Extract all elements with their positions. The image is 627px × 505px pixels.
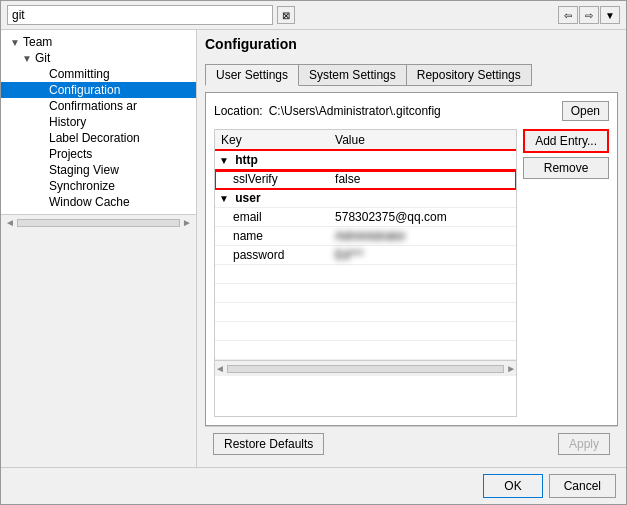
expand-arrow-icon: ▼ [21,53,33,64]
add-entry-button[interactable]: Add Entry... [523,129,609,153]
table-row-empty-4 [215,322,516,341]
cell-key-ssl-verify: sslVerify [215,170,329,189]
sidebar-item-label: History [49,115,86,129]
search-input[interactable] [7,5,273,25]
sidebar-item-label: Window Cache [49,195,130,209]
sidebar-item-staging-view[interactable]: Staging View [1,162,196,178]
sidebar-item-configuration[interactable]: Configuration [1,82,196,98]
tab-repository-settings[interactable]: Repository Settings [406,64,532,86]
tab-content-area: Location: C:\Users\Administrator\.gitcon… [205,92,618,426]
spacer-icon [37,85,49,95]
left-panel-tree: ▼ Team ▼ Git Committing Configuration [1,30,197,214]
cell-value-password: Ed*** [329,246,516,265]
spacer-icon [37,69,49,79]
clear-icon: ⊠ [282,10,290,21]
back-icon: ⇦ [564,10,572,21]
spacer-icon [37,101,49,111]
table-row-empty-1 [215,265,516,284]
sidebar-item-synchronize[interactable]: Synchronize [1,178,196,194]
tab-user-settings[interactable]: User Settings [205,64,299,86]
panel-title: Configuration [205,36,297,52]
nav-back-button[interactable]: ⇦ [558,6,578,24]
group-row-http: ▼ http [215,151,516,170]
cancel-button[interactable]: Cancel [549,474,616,498]
expand-arrow-icon: ▼ [9,37,21,48]
sidebar-item-label: Confirmations ar [49,99,137,113]
table-row-empty-3 [215,303,516,322]
apply-button[interactable]: Apply [558,433,610,455]
sidebar-item-projects[interactable]: Projects [1,146,196,162]
column-header-value: Value [329,130,516,151]
nav-forward-button[interactable]: ⇨ [579,6,599,24]
left-panel-scrollbar[interactable]: ◄ ► [1,214,196,230]
table-row-name[interactable]: name Administrator [215,227,516,246]
sidebar-item-team[interactable]: ▼ Team [1,34,196,50]
cell-value-name: Administrator [329,227,516,246]
restore-defaults-button[interactable]: Restore Defaults [213,433,324,455]
tab-system-settings-label: System Settings [309,68,396,82]
search-bar: ⊠ ⇦ ⇨ ▼ [1,1,626,30]
table-row-empty-5 [215,341,516,360]
tab-user-settings-label: User Settings [216,68,288,82]
table-row-empty-2 [215,284,516,303]
spacer-icon [37,197,49,207]
table-scrollbar[interactable]: ◄ ► [215,360,516,376]
remove-button[interactable]: Remove [523,157,609,179]
dropdown-icon: ▼ [605,10,615,21]
group-expand-icon: ▼ [219,193,229,204]
ok-button[interactable]: OK [483,474,542,498]
cell-key-name: name [215,227,329,246]
group-expand-icon: ▼ [219,155,229,166]
sidebar-item-label: Staging View [49,163,119,177]
right-panel-header: Configuration [205,36,618,58]
restore-apply-bar: Restore Defaults Apply [205,426,618,461]
location-label: Location: [214,104,263,118]
column-header-key: Key [215,130,329,151]
spacer-icon [37,165,49,175]
sidebar-item-label: Team [23,35,52,49]
table-row-ssl-verify[interactable]: sslVerify false [215,170,516,189]
scroll-right-icon: ► [182,217,192,228]
spacer-icon [37,181,49,191]
config-table-area: Key Value ▼ http [214,129,609,417]
sidebar-item-git[interactable]: ▼ Git [1,50,196,66]
cell-key-email: email [215,208,329,227]
sidebar-item-label: Label Decoration [49,131,140,145]
sidebar-item-confirmations[interactable]: Confirmations ar [1,98,196,114]
scroll-left-icon: ◄ [5,217,15,228]
cell-value-email: 578302375@qq.com [329,208,516,227]
tab-repository-settings-label: Repository Settings [417,68,521,82]
nav-dropdown-button[interactable]: ▼ [600,6,620,24]
open-button[interactable]: Open [562,101,609,121]
location-path-value: C:\Users\Administrator\.gitconfig [269,104,556,118]
config-table-wrapper: Key Value ▼ http [214,129,517,417]
forward-icon: ⇨ [585,10,593,21]
nav-arrows: ⇦ ⇨ ▼ [558,6,620,24]
cell-value-ssl-verify: false [329,170,516,189]
right-panel: Configuration User Settings System Setti… [197,30,626,467]
search-clear-button[interactable]: ⊠ [277,6,295,24]
table-row-password[interactable]: password Ed*** [215,246,516,265]
table-action-buttons: Add Entry... Remove [523,129,609,417]
sidebar-item-window-cache[interactable]: Window Cache [1,194,196,210]
sidebar-item-history[interactable]: History [1,114,196,130]
dialog-bottom-bar: OK Cancel [1,467,626,504]
tab-system-settings[interactable]: System Settings [298,64,407,86]
preferences-dialog: ⊠ ⇦ ⇨ ▼ ▼ Team [0,0,627,505]
table-row-email[interactable]: email 578302375@qq.com [215,208,516,227]
group-label-user: ▼ user [215,189,516,208]
cell-key-password: password [215,246,329,265]
sidebar-item-label-decoration[interactable]: Label Decoration [1,130,196,146]
group-label-http: ▼ http [215,151,516,170]
spacer-icon [37,117,49,127]
group-row-user: ▼ user [215,189,516,208]
scroll-right-icon: ► [506,363,516,374]
sidebar-item-label: Committing [49,67,110,81]
scroll-left-icon: ◄ [215,363,225,374]
sidebar-item-label: Configuration [49,83,120,97]
sidebar-item-label: Projects [49,147,92,161]
sidebar-item-label: Synchronize [49,179,115,193]
blurred-name-value: Administrator [335,229,406,243]
sidebar-item-committing[interactable]: Committing [1,66,196,82]
group-name-user: user [235,191,260,205]
